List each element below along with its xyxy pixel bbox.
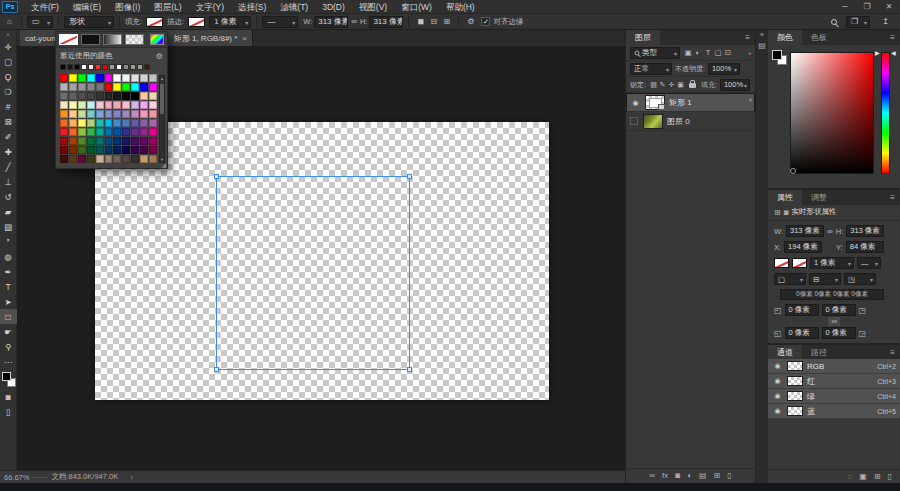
color-swatch[interactable] bbox=[149, 128, 157, 136]
delete-channel-icon[interactable]: ▯ bbox=[888, 470, 892, 483]
color-swatch[interactable] bbox=[113, 74, 121, 82]
color-swatch[interactable] bbox=[96, 92, 104, 100]
edit-toolbar[interactable]: ⋯ bbox=[0, 354, 17, 369]
tool-mode-select[interactable]: 形状 bbox=[64, 16, 114, 28]
layer-name[interactable]: 图层 0 bbox=[667, 116, 690, 127]
hue-slider-left-arrow[interactable]: ▶ bbox=[875, 50, 880, 56]
color-swatch[interactable] bbox=[105, 110, 113, 118]
filter-smart-object-icon[interactable]: ⊡ bbox=[723, 48, 733, 57]
color-swatch[interactable] bbox=[69, 155, 77, 163]
color-swatch[interactable] bbox=[149, 155, 157, 163]
color-swatch[interactable] bbox=[60, 146, 68, 154]
gradient-tool[interactable]: ▨ bbox=[0, 219, 17, 234]
color-swatch[interactable] bbox=[149, 137, 157, 145]
color-swatch[interactable] bbox=[78, 110, 86, 118]
color-swatch[interactable] bbox=[87, 101, 95, 109]
color-swatch[interactable] bbox=[69, 101, 77, 109]
collapsed-panel-icon[interactable]: ▤ bbox=[756, 40, 768, 52]
properties-panel-menu-icon[interactable]: ≡ bbox=[885, 190, 900, 205]
color-swatch[interactable] bbox=[60, 101, 68, 109]
lock-artboard-icon[interactable]: ▣ bbox=[676, 81, 685, 89]
link-radii-icon[interactable]: ∞ bbox=[828, 317, 840, 326]
color-swatch[interactable] bbox=[96, 155, 104, 163]
fill-select[interactable]: 100% bbox=[720, 79, 750, 91]
color-swatch[interactable] bbox=[96, 110, 104, 118]
save-selection-as-channel-icon[interactable]: ▣ bbox=[859, 470, 867, 483]
type-tool[interactable]: T bbox=[0, 279, 17, 294]
fill-swatch[interactable] bbox=[146, 17, 163, 27]
layer-style-icon[interactable]: fx bbox=[662, 469, 668, 482]
color-swatch[interactable] bbox=[69, 137, 77, 145]
color-swatch[interactable] bbox=[113, 119, 121, 127]
tab-color[interactable]: 颜色 bbox=[768, 30, 802, 45]
color-swatch[interactable] bbox=[105, 83, 113, 91]
color-swatch[interactable] bbox=[87, 155, 95, 163]
history-brush-tool[interactable]: ↺ bbox=[0, 189, 17, 204]
minimize-button[interactable]: ─ bbox=[834, 0, 856, 14]
shape-stroke-width-select[interactable]: 1 像素 bbox=[810, 257, 854, 269]
eraser-tool[interactable]: ▰ bbox=[0, 204, 17, 219]
shape-options-gear-icon[interactable]: ⚙ bbox=[464, 17, 477, 26]
color-swatch[interactable] bbox=[140, 101, 148, 109]
color-swatch[interactable] bbox=[122, 128, 130, 136]
swatch-scrollbar[interactable]: ▲ ▼ bbox=[159, 75, 165, 163]
color-swatch[interactable] bbox=[78, 83, 86, 91]
opacity-select[interactable]: 100% bbox=[708, 63, 740, 75]
color-swatch[interactable] bbox=[140, 155, 148, 163]
color-swatch[interactable] bbox=[105, 92, 113, 100]
color-swatch[interactable] bbox=[87, 110, 95, 118]
color-swatch[interactable] bbox=[78, 137, 86, 145]
color-swatch[interactable] bbox=[149, 74, 157, 82]
share-icon[interactable]: ↥ bbox=[879, 17, 892, 26]
hue-slider-right-arrow[interactable]: ◀ bbox=[891, 50, 896, 56]
radius-bottom-right-field[interactable]: 0 像素 bbox=[822, 327, 856, 339]
color-swatch[interactable] bbox=[87, 137, 95, 145]
layer-filter-select[interactable]: 类型 bbox=[630, 47, 680, 59]
radius-top-right-field[interactable]: 0 像素 bbox=[822, 304, 856, 316]
color-swatch[interactable] bbox=[69, 119, 77, 127]
shape-y-field[interactable]: 84 像素 bbox=[846, 241, 884, 253]
solid-color-button[interactable] bbox=[81, 34, 100, 45]
link-layers-icon[interactable]: ∞ bbox=[649, 469, 655, 482]
recent-color-swatch[interactable] bbox=[102, 64, 108, 70]
color-swatch[interactable] bbox=[69, 83, 77, 91]
color-swatch[interactable] bbox=[149, 83, 157, 91]
color-swatch[interactable] bbox=[78, 146, 86, 154]
collapse-tools-icon[interactable]: » bbox=[6, 30, 9, 39]
color-swatch[interactable] bbox=[105, 146, 113, 154]
stroke-align-select[interactable]: ▢ bbox=[774, 273, 806, 285]
color-swatch[interactable] bbox=[69, 128, 77, 136]
color-swatch[interactable] bbox=[131, 74, 139, 82]
crop-tool[interactable]: # bbox=[0, 99, 17, 114]
zoom-level[interactable]: 66.67% bbox=[4, 473, 29, 482]
color-swatch[interactable] bbox=[140, 83, 148, 91]
color-fg-bg-swatches[interactable] bbox=[772, 50, 788, 66]
color-swatch[interactable] bbox=[78, 128, 86, 136]
recent-color-swatch[interactable] bbox=[88, 64, 94, 70]
color-swatch[interactable] bbox=[96, 119, 104, 127]
color-swatch[interactable] bbox=[131, 92, 139, 100]
layer-row[interactable]: 图层 0 bbox=[626, 112, 755, 131]
color-swatch[interactable] bbox=[60, 74, 68, 82]
menu-item[interactable]: 视图(V) bbox=[352, 0, 394, 14]
color-swatch[interactable] bbox=[113, 146, 121, 154]
color-swatch[interactable] bbox=[113, 137, 121, 145]
quick-selection-tool[interactable]: ❍ bbox=[0, 84, 17, 99]
visibility-eye-icon[interactable]: ◉ bbox=[772, 407, 783, 415]
pattern-button[interactable] bbox=[125, 34, 144, 45]
pen-tool[interactable]: ✒ bbox=[0, 264, 17, 279]
color-swatch[interactable] bbox=[140, 92, 148, 100]
channels-panel-menu-icon[interactable]: ≡ bbox=[885, 345, 900, 359]
layer-name[interactable]: 矩形 1 bbox=[669, 97, 692, 108]
color-swatch[interactable] bbox=[113, 128, 121, 136]
visibility-eye-icon[interactable]: ◉ bbox=[772, 392, 783, 400]
color-swatch[interactable] bbox=[149, 119, 157, 127]
layer-row[interactable]: ◉矩形 1 bbox=[626, 93, 755, 112]
menu-item[interactable]: 文件(F) bbox=[24, 0, 66, 14]
filter-toggle-icon[interactable]: ● bbox=[748, 50, 751, 56]
filter-type-icon[interactable]: T bbox=[703, 48, 713, 57]
color-swatch[interactable] bbox=[60, 137, 68, 145]
filter-image-icon[interactable]: ▣ bbox=[683, 48, 693, 57]
recent-color-swatch[interactable] bbox=[130, 64, 136, 70]
color-swatch[interactable] bbox=[96, 146, 104, 154]
